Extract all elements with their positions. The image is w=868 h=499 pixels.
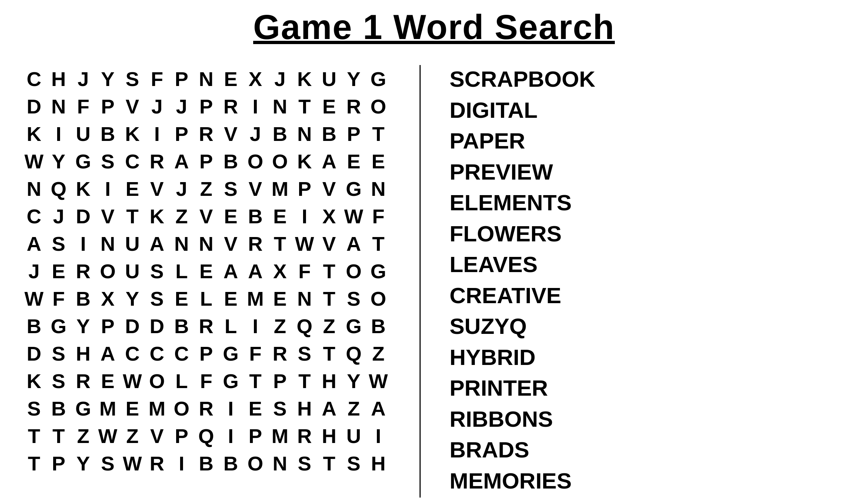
grid-cell: T (22, 449, 46, 477)
grid-cell: S (95, 147, 120, 175)
grid-row: CJDVTKZVEBEIXWF (22, 202, 391, 230)
grid-cell: B (243, 202, 268, 230)
grid-cell: J (22, 257, 46, 285)
grid-cell: K (22, 120, 46, 147)
grid-cell: G (71, 147, 95, 175)
grid-cell: A (243, 257, 268, 285)
grid-cell: Y (341, 65, 366, 93)
grid-cell: D (120, 312, 145, 340)
grid-cell: V (243, 175, 268, 202)
grid-cell: R (341, 93, 366, 120)
grid-cell: T (366, 120, 391, 147)
grid-cell: T (22, 422, 46, 449)
grid-cell: O (145, 367, 169, 395)
grid-cell: C (145, 340, 169, 367)
grid-cell: D (71, 202, 95, 230)
word-list-item: ELEMENTS (450, 189, 846, 217)
grid-cell: Y (341, 367, 366, 395)
grid-cell: Z (341, 395, 366, 422)
grid-cell: C (169, 340, 194, 367)
grid-cell: B (169, 312, 194, 340)
word-list: SCRAPBOOKDIGITALPAPERPREVIEWELEMENTSFLOW… (428, 65, 846, 498)
grid-row: SBGMEMORIESHAZA (22, 395, 391, 422)
grid-cell: E (366, 147, 391, 175)
word-list-item: PRINTER (450, 374, 846, 402)
grid-cell: Z (366, 340, 391, 367)
grid-cell: R (218, 93, 243, 120)
word-list-item: FLOWERS (450, 220, 846, 248)
grid-cell: S (341, 285, 366, 312)
grid-cell: N (292, 120, 317, 147)
grid-cell: C (22, 65, 46, 93)
grid-cell: E (169, 285, 194, 312)
grid-cell: P (46, 449, 71, 477)
page-title: Game 1 Word Search (253, 7, 615, 47)
grid-cell: R (292, 422, 317, 449)
grid-cell: M (268, 422, 292, 449)
grid-cell: A (22, 230, 46, 257)
grid-cell: K (292, 147, 317, 175)
grid-cell: T (317, 257, 341, 285)
grid-cell: C (120, 340, 145, 367)
grid-cell: U (71, 120, 95, 147)
grid-cell: N (366, 175, 391, 202)
grid-cell: E (317, 93, 341, 120)
grid-cell: Z (317, 312, 341, 340)
grid-cell: L (169, 257, 194, 285)
grid-table: CHJYSFPNEXJKUYGDNFPVJJPRINTEROKIUBKIPRVJ… (22, 65, 391, 477)
grid-cell: H (292, 395, 317, 422)
grid-cell: O (341, 257, 366, 285)
grid-cell: N (46, 93, 71, 120)
grid-cell: W (120, 449, 145, 477)
grid-cell: A (145, 230, 169, 257)
grid-cell: T (268, 230, 292, 257)
grid-cell: E (341, 147, 366, 175)
grid-cell: J (71, 65, 95, 93)
grid-cell: P (169, 120, 194, 147)
grid-cell: S (145, 257, 169, 285)
grid-cell: B (317, 120, 341, 147)
grid-cell: H (71, 340, 95, 367)
grid-cell: I (145, 120, 169, 147)
grid-cell: A (366, 395, 391, 422)
grid-cell: E (218, 65, 243, 93)
grid-cell: R (145, 449, 169, 477)
grid-cell: P (292, 175, 317, 202)
grid-cell: J (145, 93, 169, 120)
grid-row: BGYPDDBRLIZQZGB (22, 312, 391, 340)
word-search-grid: CHJYSFPNEXJKUYGDNFPVJJPRINTEROKIUBKIPRVJ… (22, 65, 412, 477)
grid-cell: T (366, 230, 391, 257)
grid-cell: Q (46, 175, 71, 202)
grid-cell: P (194, 93, 218, 120)
grid-cell: F (366, 202, 391, 230)
grid-cell: L (218, 312, 243, 340)
grid-cell: F (71, 93, 95, 120)
grid-cell: E (46, 257, 71, 285)
grid-cell: N (169, 230, 194, 257)
grid-cell: Q (292, 312, 317, 340)
grid-cell: B (268, 120, 292, 147)
grid-cell: R (71, 367, 95, 395)
grid-cell: Z (71, 422, 95, 449)
grid-cell: O (243, 147, 268, 175)
grid-cell: L (194, 285, 218, 312)
grid-cell: O (268, 147, 292, 175)
word-list-item: BRADS (450, 436, 846, 464)
word-list-item: PAPER (450, 127, 846, 155)
grid-cell: S (341, 449, 366, 477)
grid-cell: Q (194, 422, 218, 449)
grid-cell: I (71, 230, 95, 257)
vertical-divider (420, 65, 421, 498)
grid-row: WFBXYSELEMENTSO (22, 285, 391, 312)
grid-row: DSHACCCPGFRSTQZ (22, 340, 391, 367)
grid-cell: F (243, 340, 268, 367)
grid-cell: E (218, 285, 243, 312)
grid-cell: G (218, 367, 243, 395)
grid-cell: B (46, 395, 71, 422)
grid-cell: U (317, 65, 341, 93)
grid-cell: M (145, 395, 169, 422)
grid-cell: K (120, 120, 145, 147)
grid-cell: O (95, 257, 120, 285)
grid-cell: V (317, 175, 341, 202)
grid-cell: D (22, 93, 46, 120)
